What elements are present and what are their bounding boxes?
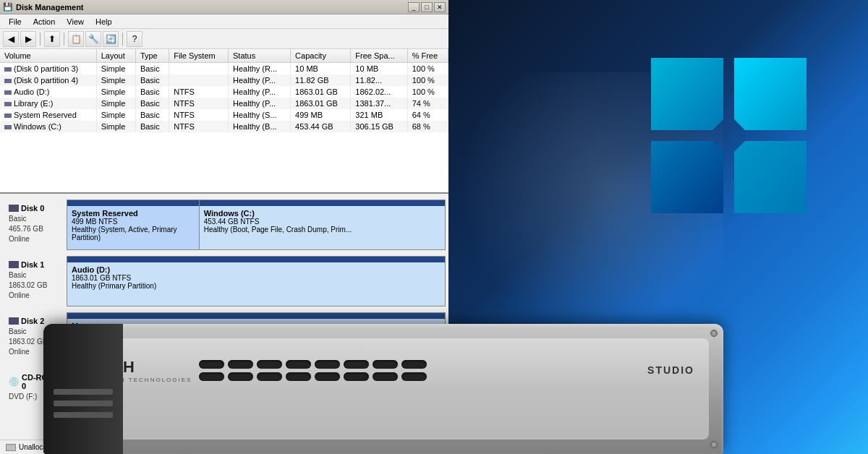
col-layout[interactable]: Layout <box>96 49 135 63</box>
vent-1-2 <box>199 372 224 381</box>
glyph-top-row: GLYPH PRODUCTION TECHNOLOGIES <box>72 358 694 383</box>
col-volume[interactable]: Volume <box>0 49 96 63</box>
window-icon: 💾 <box>3 2 13 12</box>
glyph-bottom-row: ⏻ <box>72 406 694 420</box>
partition-bar <box>200 200 445 206</box>
win-logo-q1 <box>651 58 723 130</box>
table-row[interactable]: System ReservedSimpleBasicNTFSHealthy (S… <box>0 109 448 121</box>
col-filesystem[interactable]: File System <box>169 49 229 63</box>
close-button[interactable]: ✕ <box>434 2 446 12</box>
up-button[interactable]: ⬆ <box>44 31 60 47</box>
vent-7-2 <box>373 372 398 381</box>
cell-1: Simple <box>96 74 135 86</box>
toolbar-separator-1 <box>40 33 41 46</box>
col-type[interactable]: Type <box>135 49 169 63</box>
partition-size: 499 MB NTFS <box>72 218 195 226</box>
vent-6-2 <box>344 372 369 381</box>
partition-system-reserved[interactable]: System Reserved 499 MB NTFS Healthy (Sys… <box>67 200 200 249</box>
cell-6: 11.82... <box>351 74 407 86</box>
properties-button[interactable]: 🔧 <box>85 31 101 47</box>
vent-2-1 <box>228 360 253 369</box>
port-2 <box>54 401 113 406</box>
vent-col-4 <box>286 360 311 381</box>
cell-4: Healthy (P... <box>229 74 291 86</box>
vent-2-2 <box>228 372 253 381</box>
partition-status: Healthy (Boot, Page File, Crash Dump, Pr… <box>204 226 441 234</box>
disk-1-partitions: Audio (D:) 1863.01 GB NTFS Healthy (Prim… <box>67 256 446 307</box>
table-row[interactable]: Library (E:)SimpleBasicNTFSHealthy (P...… <box>0 98 448 109</box>
disk-0-info: Basic465.76 GBOnline <box>9 214 61 244</box>
cell-1: Simple <box>96 86 135 98</box>
minimize-button[interactable]: _ <box>408 2 420 12</box>
cell-2: Basic <box>135 98 169 109</box>
cell-5: 1863.01 GB <box>291 98 351 109</box>
partition-audio-d[interactable]: Audio (D:) 1863.01 GB NTFS Healthy (Prim… <box>67 257 445 306</box>
vent-7-1 <box>373 360 398 369</box>
glyph-vents <box>199 360 640 381</box>
port-1 <box>54 389 113 395</box>
menu-help[interactable]: Help <box>90 16 118 27</box>
partition-status: Healthy (Primary Partition) <box>72 282 441 290</box>
connector-ports <box>43 382 123 425</box>
vent-6-1 <box>344 360 369 369</box>
cell-0: Library (E:) <box>0 98 96 109</box>
table-row[interactable]: (Disk 0 partition 3)SimpleBasicHealthy (… <box>0 63 448 75</box>
menu-action[interactable]: Action <box>27 16 61 27</box>
cell-6: 1381.37... <box>351 98 407 109</box>
row-icon <box>4 90 12 95</box>
forward-button[interactable]: ▶ <box>20 31 36 47</box>
vent-col-3 <box>257 360 282 381</box>
vent-col-1 <box>199 360 224 381</box>
cell-7: 100 % <box>407 74 448 86</box>
cell-3: NTFS <box>169 109 229 121</box>
vent-5-2 <box>315 372 340 381</box>
table-row[interactable]: Windows (C:)SimpleBasicNTFSHealthy (B...… <box>0 121 448 132</box>
cell-0: Audio (D:) <box>0 86 96 98</box>
cell-6: 321 MB <box>351 109 407 121</box>
cell-4: Healthy (B... <box>229 121 291 132</box>
glyph-device: GLYPH PRODUCTION TECHNOLOGIES <box>43 309 723 454</box>
cell-5: 453.44 GB <box>291 121 351 132</box>
cell-0: System Reserved <box>0 109 96 121</box>
col-percent[interactable]: % Free <box>407 49 448 63</box>
win-logo-q4 <box>734 141 807 213</box>
disk-1-info: Basic1863.02 GBOnline <box>9 270 61 301</box>
title-bar: 💾 Disk Management _ □ ✕ <box>0 0 448 14</box>
table-row[interactable]: Audio (D:)SimpleBasicNTFSHealthy (P...18… <box>0 86 448 98</box>
table-row[interactable]: (Disk 0 partition 4)SimpleBasicHealthy (… <box>0 74 448 86</box>
partition-name: Audio (D:) <box>72 265 441 274</box>
vent-4-1 <box>286 360 311 369</box>
menu-file[interactable]: File <box>3 16 27 27</box>
vent-col-6 <box>344 360 369 381</box>
device-connector-side <box>43 324 123 454</box>
disk-0-label: Disk 0 Basic465.76 GBOnline <box>3 200 67 250</box>
maximize-button[interactable]: □ <box>421 2 433 12</box>
screw-br <box>710 441 718 448</box>
partition-windows-c[interactable]: Windows (C:) 453.44 GB NTFS Healthy (Boo… <box>200 200 445 249</box>
cell-6: 1862.02... <box>351 86 407 98</box>
partition-size: 1863.01 GB NTFS <box>72 274 441 282</box>
legend-unallocated-color <box>6 444 16 451</box>
partition-size: 453.44 GB NTFS <box>204 218 441 226</box>
cdrom-icon: 💿 <box>9 377 20 387</box>
vent-5-1 <box>315 360 340 369</box>
cell-1: Simple <box>96 109 135 121</box>
col-capacity[interactable]: Capacity <box>291 49 351 63</box>
glyph-front-panel: GLYPH PRODUCTION TECHNOLOGIES <box>58 338 709 440</box>
menu-view[interactable]: View <box>61 16 90 27</box>
col-status[interactable]: Status <box>229 49 291 63</box>
row-icon <box>4 113 12 118</box>
toolbar: ◀ ▶ ⬆ 📋 🔧 🔄 ? <box>0 29 448 49</box>
win-logo-q2 <box>734 58 807 130</box>
refresh-button[interactable]: 🔄 <box>103 31 119 47</box>
back-button[interactable]: ◀ <box>3 31 19 47</box>
menu-bar: File Action View Help <box>0 14 448 29</box>
partition-content-audio: Audio (D:) 1863.01 GB NTFS Healthy (Prim… <box>67 262 445 306</box>
col-free[interactable]: Free Spa... <box>351 49 407 63</box>
show-hide-button[interactable]: 📋 <box>68 31 84 47</box>
help-button[interactable]: ? <box>127 31 142 47</box>
cell-7: 100 % <box>407 63 448 75</box>
disk-0-name: Disk 0 <box>9 204 61 213</box>
cell-4: Healthy (P... <box>229 86 291 98</box>
cell-5: 499 MB <box>291 109 351 121</box>
